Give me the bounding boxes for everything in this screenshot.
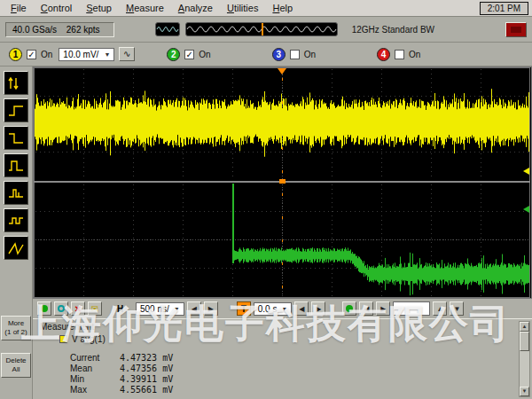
sine-icon: ∿	[123, 49, 130, 59]
acquisition-toolbar: 40.0 GSa/s 262 kpts 12GHz Standard BW	[0, 17, 532, 43]
marker-a-button[interactable]	[37, 301, 51, 316]
delete-all-button[interactable]: Delete All	[1, 353, 31, 378]
pan-left-button[interactable]: ◀	[359, 301, 373, 316]
cursor-tool-button[interactable]	[4, 71, 28, 95]
timebase-position-value: 0.0 s	[258, 304, 278, 314]
channel-2-on-label: On	[199, 50, 210, 59]
chevron-down-icon: ▼	[104, 51, 110, 58]
glitch-tool-button[interactable]	[4, 181, 28, 205]
green-dot-icon	[41, 305, 48, 312]
measurement-value: 4.55661 mV	[120, 385, 173, 395]
scroll-up-icon[interactable]: ▲	[520, 322, 529, 332]
level-down-button[interactable]: ▼	[450, 301, 464, 316]
channel-toolbar: 1 ✓ On 10.0 mV/ ▼ ∿ 2 ✓ On 3 On 4 On	[0, 43, 532, 66]
ramp-tool-button[interactable]	[4, 236, 28, 260]
trigger-marker-button[interactable]: T	[237, 301, 251, 316]
chevron-down-icon: ▼	[174, 306, 180, 312]
channel-2-on-checkbox[interactable]: ✓	[184, 50, 194, 59]
measurement-color-chip	[59, 335, 67, 343]
more-button-page: (1 of 2)	[4, 328, 27, 336]
acquisition-status: 40.0 GSa/s 262 kpts	[5, 22, 114, 37]
measurement-label: Max	[70, 385, 120, 395]
timebase-position-field[interactable]: 0.0 s ▼	[254, 302, 293, 316]
channel-4-on-checkbox[interactable]	[395, 50, 404, 59]
close-icon: ✕	[74, 304, 82, 314]
pulse-tool-button[interactable]	[4, 153, 28, 177]
menu-measure[interactable]: Measure	[119, 1, 171, 15]
position-left-button[interactable]: ◀	[294, 301, 309, 316]
measurement-value: 4.39911 mV	[120, 374, 173, 385]
mail-button[interactable]: ✉	[88, 301, 102, 316]
timebase-increase-button[interactable]: ▶	[204, 301, 218, 316]
menu-file[interactable]: File	[4, 1, 34, 15]
measurements-panel: Measurement V avg(1) Current 4.47323 mV …	[33, 318, 532, 399]
more-button-label: More	[8, 319, 24, 327]
scroll-down-icon[interactable]: ▼	[520, 387, 529, 396]
bandwidth-label: 12GHz Standard BW	[352, 25, 434, 35]
channel-3-on-label: On	[304, 50, 316, 59]
channel-1-scale-dropdown[interactable]: 10.0 mV/ ▼	[59, 48, 114, 61]
channel-3-on-checkbox[interactable]	[290, 50, 300, 59]
trigger-level-field[interactable]	[393, 301, 430, 316]
horizontal-label: H	[117, 304, 133, 314]
clock: 2:01 PM	[480, 2, 528, 15]
menu-bar: File Control Setup Measure Analyze Utili…	[0, 0, 532, 17]
rising-edge-icon	[7, 102, 25, 120]
horizontal-toolbar: ✕ ✉ H 500 ns/ ▼ ◀ ▶ T 0.0 s ▼ ◀ ▶ ◀ ▶	[33, 299, 532, 318]
channel-2-badge[interactable]: 2	[167, 48, 180, 61]
measurement-value: 4.47356 mV	[120, 364, 173, 374]
measurement-row-current: Current 4.47323 mV	[40, 353, 516, 364]
triggered-led-icon	[346, 305, 353, 312]
menu-control[interactable]: Control	[34, 1, 79, 15]
cursors-icon	[7, 74, 25, 92]
channel-1-badge[interactable]: 1	[9, 48, 22, 61]
level-up-button[interactable]: ▲	[433, 301, 447, 316]
menu-help[interactable]: Help	[265, 1, 300, 15]
delete-all-label2: All	[12, 365, 20, 373]
left-tool-sidebar: More (1 of 2) Delete All	[0, 66, 33, 399]
pattern-icon	[7, 212, 25, 230]
falling-edge-icon	[7, 129, 25, 147]
marker-b-button[interactable]	[54, 301, 68, 316]
menu-analyze[interactable]: Analyze	[171, 1, 220, 15]
measurement-label: Min	[70, 374, 120, 385]
measurement-row-mean: Mean 4.47356 mV	[40, 364, 516, 374]
channel-4-on-label: On	[409, 50, 420, 59]
measurements-scrollbar[interactable]: ▲ ▼	[519, 321, 530, 397]
menu-utilities[interactable]: Utilities	[220, 1, 265, 15]
channel-1-on-label: On	[41, 50, 52, 59]
waveform-display[interactable]	[34, 67, 530, 298]
delete-all-label1: Delete	[5, 356, 26, 364]
scope-screen[interactable]	[33, 66, 532, 299]
rising-edge-tool-button[interactable]	[4, 98, 28, 122]
timebase-decrease-button[interactable]: ◀	[187, 301, 201, 316]
pulse-icon	[7, 157, 25, 175]
channel-3-badge[interactable]: 3	[272, 48, 286, 61]
stop-button[interactable]	[505, 22, 527, 37]
channel-1-on-checkbox[interactable]: ✓	[27, 50, 36, 59]
timebase-scale-dropdown[interactable]: 500 ns/ ▼	[136, 302, 184, 316]
position-right-button[interactable]: ▶	[311, 301, 325, 316]
trigger-status-led	[342, 301, 356, 316]
teal-ring-icon	[58, 305, 65, 312]
oscilloscope-app: File Control Setup Measure Analyze Utili…	[0, 0, 532, 399]
clear-markers-button[interactable]: ✕	[71, 301, 85, 316]
horizontal-overview-bar[interactable]	[185, 22, 338, 36]
channel-4-badge[interactable]: 4	[377, 48, 390, 61]
timebase-position-marker[interactable]	[262, 23, 263, 35]
chevron-down-icon: ▼	[281, 306, 287, 312]
menu-setup[interactable]: Setup	[79, 1, 119, 15]
channel-1-scale-value: 10.0 mV/	[63, 50, 98, 59]
timebase-scale-value: 500 ns/	[140, 304, 169, 314]
sample-rate: 40.0 GSa/s	[12, 25, 57, 35]
more-button[interactable]: More (1 of 2)	[1, 316, 31, 340]
pattern-tool-button[interactable]	[4, 208, 28, 232]
measurement-row-max: Max 4.55661 mV	[40, 385, 516, 395]
ramp-icon	[7, 239, 25, 257]
falling-edge-tool-button[interactable]	[4, 126, 28, 150]
measurements-title: Measurement	[40, 322, 516, 332]
pan-right-button[interactable]: ▶	[376, 301, 390, 316]
channel-1-coupling-button[interactable]: ∿	[119, 47, 135, 61]
waveform-preview-small[interactable]	[155, 22, 180, 36]
scrollbar-thumb[interactable]	[520, 332, 529, 351]
